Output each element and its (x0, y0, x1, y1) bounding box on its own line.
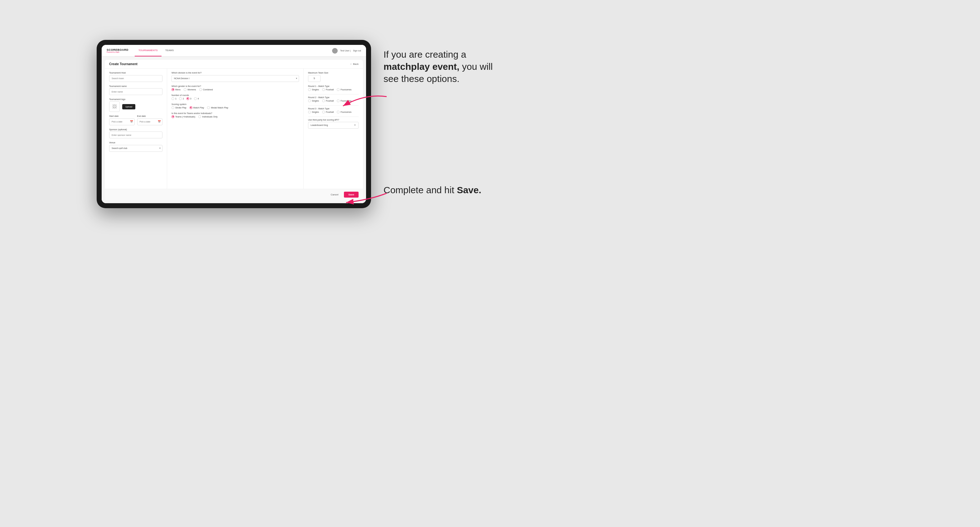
rounds-2-radio[interactable] (179, 97, 182, 100)
rounds-group: Number of rounds 1 2 (172, 94, 299, 100)
round2-singles-radio[interactable] (308, 99, 311, 102)
scoring-stroke-radio[interactable] (172, 106, 174, 109)
end-date-label: End date (137, 115, 163, 117)
annotation-save: Complete and hit Save. (383, 184, 481, 196)
scoring-medal-radio[interactable] (207, 106, 210, 109)
nav-signout[interactable]: Sign out (353, 49, 361, 52)
scoring-match[interactable]: Match Play (189, 106, 204, 109)
end-date-wrapper: 📅 (137, 118, 163, 125)
rounds-1[interactable]: 1 (172, 97, 177, 100)
upload-button[interactable]: Upload (122, 104, 135, 110)
teams-plus-radio[interactable] (172, 115, 174, 118)
gender-womens[interactable]: Womens (184, 88, 196, 91)
individuals-only-radio[interactable] (198, 115, 201, 118)
nav-tournaments[interactable]: TOURNAMENTS (135, 45, 162, 56)
gender-womens-radio[interactable] (184, 88, 186, 91)
tournament-host-label: Tournament Host (109, 72, 162, 74)
round1-singles[interactable]: Singles (308, 88, 319, 91)
scoring-medal[interactable]: Medal Match Play (207, 106, 228, 109)
arrow-save (328, 184, 390, 209)
teams-group: Is this event for Teams and/or Individua… (172, 112, 299, 118)
division-group: Which division is the event for? NCAA Di… (172, 72, 299, 82)
form-right: Maximum Team Size Round 1 - Match Type S… (304, 68, 363, 189)
navbar: SCOREBOARD Powered by clippit TOURNAMENT… (102, 45, 366, 57)
round1-singles-radio[interactable] (308, 88, 311, 91)
nav-user-label: Test User | (340, 49, 350, 52)
api-label: Use third-party live scoring API? (308, 119, 359, 121)
max-team-size-input[interactable] (308, 75, 321, 82)
sponsor-group: Sponsor (optional) (109, 129, 162, 139)
rounds-4-label: 4 (198, 98, 199, 100)
scoring-label: Scoring system (172, 103, 299, 105)
dates-group: Start date 📅 End date (109, 115, 162, 125)
arrow-matchplay (328, 90, 390, 115)
gender-group: Which gender is the event for? Mens Wome… (172, 85, 299, 91)
round2-singles[interactable]: Singles (308, 99, 319, 102)
form-header: Create Tournament ← Back (105, 60, 363, 68)
scoring-stroke-label: Stroke Play (175, 106, 186, 109)
calendar-icon-end: 📅 (158, 120, 161, 123)
round1-fourball-radio[interactable] (322, 88, 325, 91)
gender-mens-radio[interactable] (172, 88, 174, 91)
scoring-medal-label: Medal Match Play (211, 106, 228, 109)
teams-plus-individuals[interactable]: Teams (+Individuals) (172, 115, 195, 118)
round2-singles-label: Singles (312, 100, 319, 102)
tablet-screen: SCOREBOARD Powered by clippit TOURNAMENT… (102, 45, 366, 203)
gender-combined[interactable]: Combined (199, 88, 213, 91)
form-middle: Which division is the event for? NCAA Di… (167, 68, 304, 189)
rounds-1-radio[interactable] (172, 97, 174, 100)
api-close-button[interactable]: ✕ (354, 124, 356, 127)
round1-label: Round 1 - Match Type (308, 85, 359, 87)
user-avatar (332, 48, 338, 54)
tournament-name-input[interactable] (109, 88, 162, 95)
start-date-field: Start date 📅 (109, 115, 135, 125)
gender-mens-label: Mens (175, 89, 181, 91)
brand-subtitle: Powered by clippit (107, 51, 129, 53)
annotation-matchplay: If you are creating amatchplay event, yo… (383, 48, 508, 85)
logo-upload-area: 🖼 Upload (109, 101, 162, 112)
individuals-only[interactable]: Individuals Only (198, 115, 217, 118)
nav-teams[interactable]: TEAMS (162, 45, 178, 56)
end-date-field: End date 📅 (137, 115, 163, 125)
individuals-only-label: Individuals Only (202, 116, 217, 118)
scoring-group: Scoring system Stroke Play Match Play (172, 103, 299, 109)
rounds-4[interactable]: 4 (194, 97, 199, 100)
rounds-radio-group: 1 2 3 (172, 97, 299, 100)
api-value: Leaderboard King (310, 124, 328, 126)
rounds-4-radio[interactable] (194, 97, 197, 100)
rounds-3[interactable]: 3 (186, 97, 191, 100)
round3-singles-radio[interactable] (308, 111, 311, 113)
brand: SCOREBOARD Powered by clippit (107, 49, 129, 53)
gender-radio-group: Mens Womens Combined (172, 88, 299, 91)
tournament-name-label: Tournament name (109, 85, 162, 87)
division-select[interactable]: NCAA Division I (172, 75, 299, 82)
start-date-wrapper: 📅 (109, 118, 135, 125)
tournament-host-input[interactable] (109, 75, 162, 82)
max-team-size-group: Maximum Team Size (308, 72, 359, 82)
logo-placeholder: 🖼 (109, 101, 120, 112)
rounds-2[interactable]: 2 (179, 97, 184, 100)
calendar-icon: 📅 (130, 120, 133, 123)
round3-fourball-radio[interactable] (322, 111, 325, 113)
scoring-match-radio[interactable] (189, 106, 192, 109)
rounds-3-radio[interactable] (186, 97, 189, 100)
main-content: Create Tournament ← Back Tournament Host… (102, 57, 366, 203)
sponsor-input[interactable] (109, 132, 162, 138)
gender-mens[interactable]: Mens (172, 88, 181, 91)
back-button[interactable]: ← Back (350, 63, 359, 65)
round2-fourball-radio[interactable] (322, 99, 325, 102)
division-label: Which division is the event for? (172, 72, 299, 74)
max-team-size-label: Maximum Team Size (308, 72, 359, 74)
scoring-match-label: Match Play (193, 106, 204, 109)
gender-combined-radio[interactable] (199, 88, 202, 91)
teams-label: Is this event for Teams and/or Individua… (172, 112, 299, 114)
scoring-stroke[interactable]: Stroke Play (172, 106, 186, 109)
form-title: Create Tournament (109, 62, 137, 66)
round3-singles[interactable]: Singles (308, 111, 319, 113)
venue-select[interactable]: Search golf club (109, 145, 162, 152)
gender-combined-label: Combined (203, 89, 213, 91)
tournament-logo-group: Tournament logo 🖼 Upload (109, 98, 162, 112)
form-container: Create Tournament ← Back Tournament Host… (105, 60, 363, 200)
teams-radio-group: Teams (+Individuals) Individuals Only (172, 115, 299, 118)
tournament-host-group: Tournament Host (109, 72, 162, 82)
